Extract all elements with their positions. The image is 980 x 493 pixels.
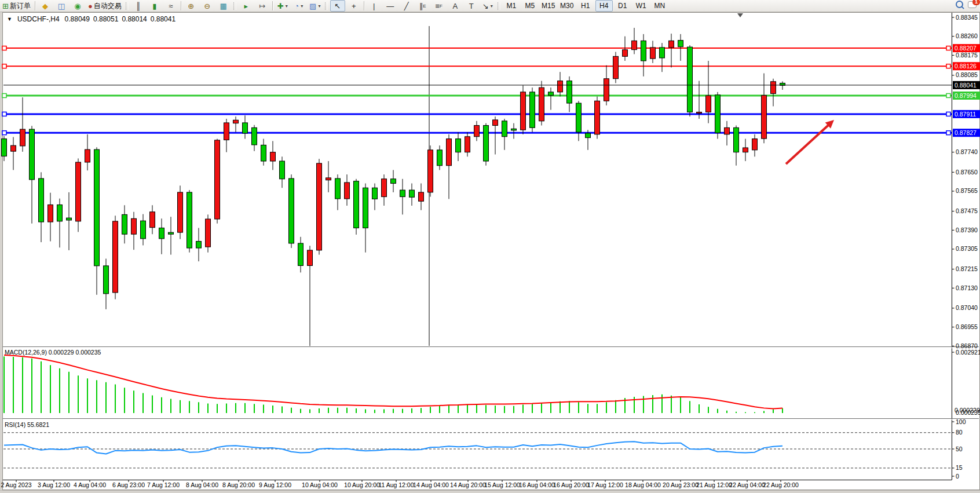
crosshair-button[interactable]: +	[346, 0, 361, 12]
date-tick-label[interactable]: 3 Aug 12:00	[38, 481, 70, 488]
bar-chart-button[interactable]: ║	[131, 0, 146, 12]
text-button[interactable]: A	[448, 0, 463, 12]
date-tick-label[interactable]: 17 Aug 12:00	[587, 481, 623, 488]
timeframe-h4[interactable]: H4	[595, 0, 613, 12]
price-label-text: 0.87994	[955, 92, 977, 99]
price-label-text: 0.88126	[955, 63, 977, 70]
date-tick-label[interactable]: 18 Aug 04:00	[625, 481, 661, 488]
text-label-button[interactable]: T	[464, 0, 479, 12]
date-tick-label[interactable]: 15 Aug 12:00	[484, 481, 520, 488]
date-tick-label[interactable]: 6 Aug 23:00	[112, 481, 145, 488]
date-tick-label[interactable]: 10 Aug 20:00	[344, 481, 380, 488]
candle-body	[511, 129, 517, 130]
candle-body	[113, 221, 118, 293]
chart-window-button[interactable]: ◫	[54, 0, 69, 12]
price-tick-label: 0.87650	[956, 169, 978, 176]
periods-button[interactable]: ◔▾	[291, 0, 306, 12]
signals-button[interactable]: ◉	[70, 0, 85, 12]
zoom-in-button[interactable]: ⊕	[184, 0, 199, 12]
arrows-button[interactable]: ↘▾	[480, 0, 495, 12]
line-handle[interactable]	[946, 64, 950, 68]
chevron-down-icon[interactable]: ▾	[286, 3, 288, 9]
candle-body	[252, 127, 257, 145]
timeframe-w1[interactable]: W1	[632, 0, 650, 12]
date-tick-label[interactable]: 11 Aug 12:00	[378, 481, 414, 488]
date-tick-label[interactable]: 16 Aug 04:00	[519, 481, 555, 488]
candle-body	[725, 127, 730, 134]
history-center-button[interactable]: ◆	[38, 0, 53, 12]
line-handle[interactable]	[946, 131, 950, 135]
date-tick-label[interactable]: 7 Aug 12:00	[147, 481, 180, 488]
tile-windows-button[interactable]: ▦	[216, 0, 231, 12]
date-tick-label[interactable]: 4 Aug 04:00	[74, 481, 106, 488]
line-handle[interactable]	[946, 46, 950, 50]
candle-body	[558, 81, 563, 92]
cursor-button[interactable]: ↖	[330, 0, 345, 12]
chat-icon[interactable]: 1	[968, 1, 977, 8]
date-tick-label[interactable]: 21 Aug 12:00	[696, 481, 732, 488]
line-handle[interactable]	[2, 64, 6, 68]
window-bottom-strip	[0, 490, 980, 493]
autotrading-button[interactable]: ●自动交易	[86, 0, 123, 12]
candle-body	[391, 179, 396, 184]
date-tick-label[interactable]: 20 Aug 23:00	[663, 481, 699, 488]
zoom-out-button[interactable]: ⊖	[200, 0, 215, 12]
chevron-down-icon[interactable]: ▾	[491, 3, 493, 9]
line-handle[interactable]	[2, 131, 6, 135]
candle-body	[484, 126, 489, 162]
notification-badge: 1	[972, 0, 980, 5]
candle-body	[623, 50, 628, 57]
date-tick-label[interactable]: 22 Aug 20:00	[763, 481, 799, 488]
timeframe-m15[interactable]: M15	[540, 0, 557, 12]
ohlc-high: 0.88051	[93, 15, 118, 23]
date-tick-label[interactable]: 9 Aug 12:00	[259, 481, 291, 488]
symbol-label: USDCHF-,H4	[17, 15, 60, 23]
timeframe-d1[interactable]: D1	[614, 0, 631, 12]
search-icon[interactable]	[956, 1, 963, 8]
price-tick-label: 0.88345	[956, 14, 978, 21]
chevron-down-icon[interactable]: ▾	[301, 3, 303, 9]
timeframe-m1[interactable]: M1	[503, 0, 520, 12]
date-tick-label[interactable]: 10 Aug 04:00	[302, 481, 338, 488]
indicators-button[interactable]: ✚▾	[275, 0, 290, 12]
chart-shift-button[interactable]: ↦	[255, 0, 270, 12]
timeframe-mn[interactable]: MN	[651, 0, 668, 12]
candle-body	[159, 228, 164, 238]
symbol-dropdown-icon[interactable]: ▼	[7, 16, 12, 22]
date-tick-label[interactable]: 14 Aug 20:00	[450, 481, 486, 488]
line-handle[interactable]	[946, 112, 950, 116]
line-handle[interactable]	[2, 93, 6, 97]
templates-button[interactable]: ▨▾	[308, 0, 323, 12]
vertical-line-button[interactable]: |	[367, 0, 382, 12]
timeframe-m30[interactable]: M30	[558, 0, 576, 12]
chevron-down-icon[interactable]: ▾	[318, 3, 320, 9]
date-tick-label[interactable]: 16 Aug 20:00	[553, 481, 589, 488]
trendline-button[interactable]: ╱	[399, 0, 414, 12]
candlestick-button[interactable]: ▮	[147, 0, 162, 12]
timeframe-m5[interactable]: M5	[521, 0, 539, 12]
timeframe-d1-label: D1	[618, 2, 627, 10]
auto-scroll-button[interactable]: ▸	[239, 0, 254, 12]
line-handle[interactable]	[2, 46, 6, 50]
date-tick-label[interactable]: 8 Aug 04:00	[186, 481, 218, 488]
date-tick-label[interactable]: 22 Aug 04:00	[729, 481, 765, 488]
candle-body	[752, 139, 758, 150]
candle-body	[298, 243, 303, 265]
candle-body	[363, 188, 368, 228]
line-chart-button[interactable]: ≈	[163, 0, 178, 12]
equidistant-channel-button[interactable]: ∥E	[415, 0, 430, 12]
line-handle[interactable]	[2, 112, 6, 116]
date-tick-label[interactable]: 14 Aug 04:00	[413, 481, 449, 488]
new-order-button[interactable]: ⊞新订单	[1, 0, 32, 12]
candle-body	[650, 48, 656, 59]
timeframe-h1[interactable]: H1	[577, 0, 594, 12]
template-icon: ▨	[309, 2, 316, 10]
candle-body	[771, 82, 776, 94]
fibonacci-button[interactable]: ≡F	[432, 0, 447, 12]
date-tick-label[interactable]: 8 Aug 20:00	[222, 481, 255, 488]
line-handle[interactable]	[946, 93, 950, 97]
macd-label: MACD(12,26,9) 0.000229 0.000235	[5, 349, 101, 356]
candle-body	[530, 92, 535, 128]
date-tick-label[interactable]: 2 Aug 2023	[1, 481, 31, 488]
horizontal-line-button[interactable]: —	[383, 0, 398, 12]
